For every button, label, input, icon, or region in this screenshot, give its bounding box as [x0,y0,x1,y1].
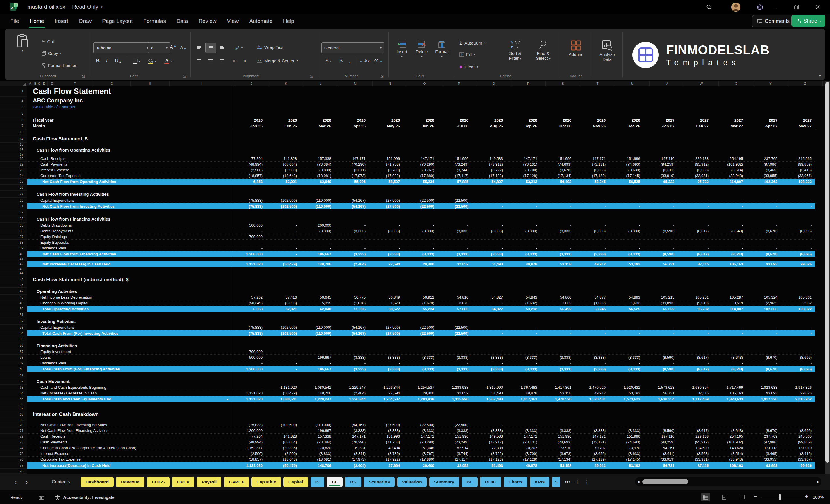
cell[interactable]: - [643,234,678,239]
row-label-cell[interactable]: Net Cash Flow from Investing Activities [27,422,232,428]
cell[interactable]: (3,789) [369,451,403,456]
cell[interactable]: 149,583 [472,156,506,161]
row-header-74[interactable]: 74 [0,445,27,451]
italic-button[interactable]: I [103,56,110,66]
cell[interactable]: 54,877 [575,295,609,300]
cell[interactable]: 148,706 [300,463,334,468]
row-label-cell[interactable]: Investing Activities [27,318,232,325]
cell[interactable]: (3,333) [541,229,575,233]
cell[interactable]: (110,000) [300,325,334,329]
cell[interactable]: 147,171 [403,434,438,439]
normal-view-button[interactable] [701,493,710,501]
cell[interactable]: 53,158 [541,262,575,266]
cell[interactable]: 254,195 [712,156,746,161]
cell[interactable]: 53,158 [541,463,575,468]
cell[interactable]: (101,932) [712,162,746,166]
globe-icon[interactable] [755,2,765,12]
font-color-button[interactable]: A ▾ [161,56,175,66]
cell[interactable]: (17,880) [403,174,438,178]
cell[interactable]: (8,590) [643,252,678,256]
cell[interactable]: (8,617) [678,229,712,233]
cell[interactable]: 56,645 [300,295,334,300]
row-label-cell[interactable] [27,143,232,147]
cell[interactable]: (102,500) [266,331,300,336]
cell[interactable]: (3,333) [575,429,609,433]
cell[interactable]: (22,500) [438,423,472,427]
cell[interactable]: 106,163 [712,391,746,395]
cell[interactable]: - [575,423,609,427]
cell[interactable]: - [781,423,815,427]
cell[interactable]: 1,417,361 [541,385,575,389]
row-label-cell[interactable]: Debts Drawdowns [27,223,232,228]
row-label-cell[interactable] [27,284,232,288]
cell[interactable]: - [227,397,232,401]
row-label-cell[interactable]: Cash Flow Statement, $ [27,135,232,143]
cell[interactable]: (75,833) [232,423,266,427]
row-header-57[interactable]: 57 [0,349,27,355]
cell[interactable]: 1,254,537 [403,385,438,389]
cell[interactable]: (3,678) [541,168,575,172]
cell[interactable]: (18,081) [300,174,334,178]
cell[interactable]: (3,333) [575,355,609,359]
row-label-cell[interactable]: Net Cash Flow from Investing Activities [27,203,232,209]
cell[interactable]: (97,986) [746,162,781,166]
cell[interactable]: 1,917,326 [746,397,781,401]
row-header-66[interactable]: 66 [0,402,27,406]
row-header-23[interactable]: 23 [0,167,27,173]
cell[interactable]: (8,590) [643,367,678,371]
cell[interactable]: 53,192 [609,262,643,266]
cell[interactable]: - [643,204,678,209]
row-label-cell[interactable]: Cash Flow from Financing Activities [27,215,232,223]
ribbon-tab-review[interactable]: Review [198,18,216,24]
cell[interactable]: 2026 [334,118,369,122]
cell[interactable]: 57,885 [438,180,472,184]
cell[interactable]: 3,075 [438,301,472,305]
cell[interactable]: (3,333) [403,429,438,433]
sheet-tab-s[interactable]: S [552,476,560,487]
row-label-cell[interactable] [27,129,232,135]
cell[interactable]: 106,163 [712,262,746,266]
format-painter-button[interactable]: Format Painter [42,63,76,68]
cell[interactable]: 1,131,020 [232,463,266,468]
cell[interactable]: (2,500) [266,451,300,456]
cell[interactable]: 27,694 [369,262,403,266]
sort-filter-button[interactable]: AZ Sort & Filter ▾ [503,40,527,61]
cell[interactable]: 1,131,020 [232,391,266,395]
cell[interactable]: (54,167) [334,331,369,336]
zoom-slider-track[interactable] [761,497,803,497]
sheet-tab-opex[interactable]: OPEX [172,476,194,487]
row-label-cell[interactable]: Total Operating Activities [27,306,232,312]
cell[interactable]: - [678,423,712,427]
row-header-17[interactable]: 17 [0,153,27,156]
cell[interactable]: - [472,204,506,209]
sheet-tab-bs[interactable]: BS [345,476,361,487]
cell[interactable]: (3,633) [609,168,643,172]
cell[interactable]: - [678,234,712,239]
row-header-50[interactable]: 50 [0,306,27,312]
align-center-button[interactable] [205,56,216,66]
cell[interactable]: 1,470,520 [575,385,609,389]
cell[interactable]: 53,192 [609,463,643,468]
cell[interactable]: (3,700) [506,451,541,456]
cell[interactable]: 108,322 [781,180,815,184]
cell[interactable]: 54,843 [506,295,541,300]
cell[interactable]: (17,880) [403,457,438,461]
find-select-button[interactable]: Find & Select ▾ [531,40,555,61]
cell[interactable]: 51,493 [472,262,506,266]
cell[interactable]: (17,973) [334,457,369,461]
cell[interactable]: - [300,361,334,365]
cell[interactable]: 99,626 [781,262,815,266]
cell[interactable]: - [334,240,369,245]
row-header-35[interactable]: 35 [0,223,27,228]
column-header-S[interactable]: S [546,81,580,86]
cell[interactable]: - [643,325,678,329]
cell[interactable]: (8,670) [746,252,781,256]
cell[interactable]: 58,527 [369,307,403,311]
cell[interactable]: - [746,423,781,427]
cell[interactable]: 114,807 [712,307,746,311]
row-label-cell[interactable] [27,372,232,378]
cell[interactable]: 1,226,844 [369,385,403,389]
cell[interactable]: (27,500) [369,331,403,336]
row-label-cell[interactable] [27,153,232,156]
row-header-70[interactable]: 70 [0,422,27,428]
